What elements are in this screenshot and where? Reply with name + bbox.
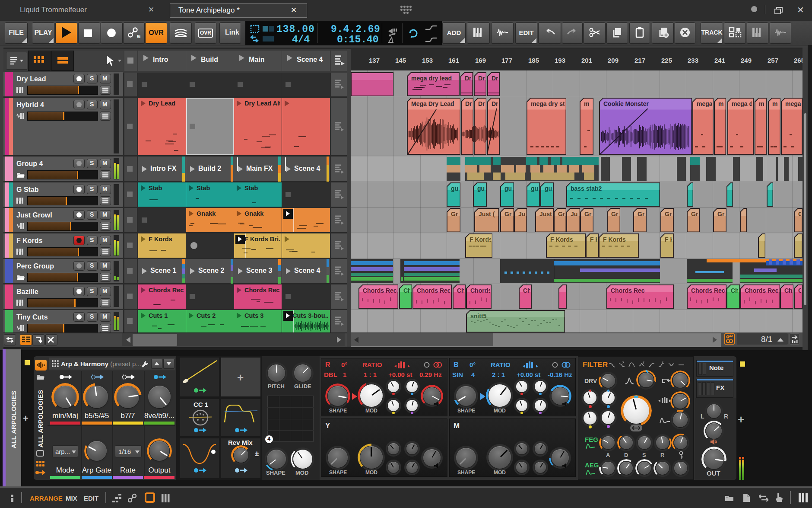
svg-text:w: w: [136, 33, 140, 39]
